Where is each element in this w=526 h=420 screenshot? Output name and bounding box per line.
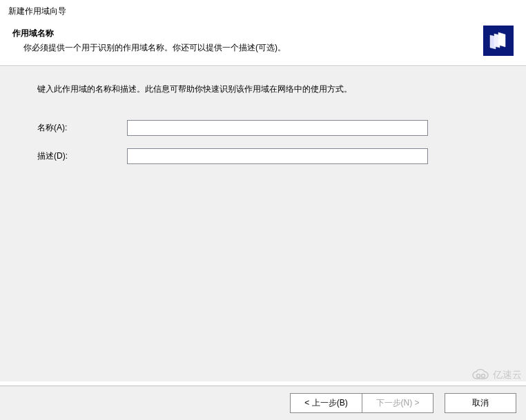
wizard-header: 作用域名称 你必须提供一个用于识别的作用域名称。你还可以提供一个描述(可选)。 (0, 21, 526, 66)
button-bar: < 上一步(B) 下一步(N) > 取消 (0, 386, 526, 420)
name-label: 名称(A): (37, 122, 127, 134)
svg-point-0 (477, 374, 480, 378)
header-title: 作用域名称 (12, 28, 483, 39)
description-label: 描述(D): (37, 150, 127, 162)
window-title: 新建作用域向导 (0, 0, 526, 21)
watermark-text: 亿速云 (493, 369, 522, 381)
scope-folder-icon (483, 26, 514, 56)
cancel-button[interactable]: 取消 (445, 393, 516, 413)
description-row: 描述(D): (37, 148, 493, 164)
wizard-content: 键入此作用域的名称和描述。此信息可帮助你快速识别该作用域在网络中的使用方式。 名… (0, 66, 526, 381)
back-button[interactable]: < 上一步(B) (290, 393, 362, 413)
header-subtitle: 你必须提供一个用于识别的作用域名称。你还可以提供一个描述(可选)。 (23, 42, 483, 54)
name-row: 名称(A): (37, 120, 493, 136)
watermark: 亿速云 (471, 369, 522, 381)
next-button[interactable]: 下一步(N) > (362, 393, 434, 413)
svg-point-1 (482, 374, 485, 378)
instruction-text: 键入此作用域的名称和描述。此信息可帮助你快速识别该作用域在网络中的使用方式。 (37, 83, 493, 95)
header-text-block: 作用域名称 你必须提供一个用于识别的作用域名称。你还可以提供一个描述(可选)。 (12, 28, 483, 54)
name-input[interactable] (127, 120, 428, 136)
description-input[interactable] (127, 148, 428, 164)
